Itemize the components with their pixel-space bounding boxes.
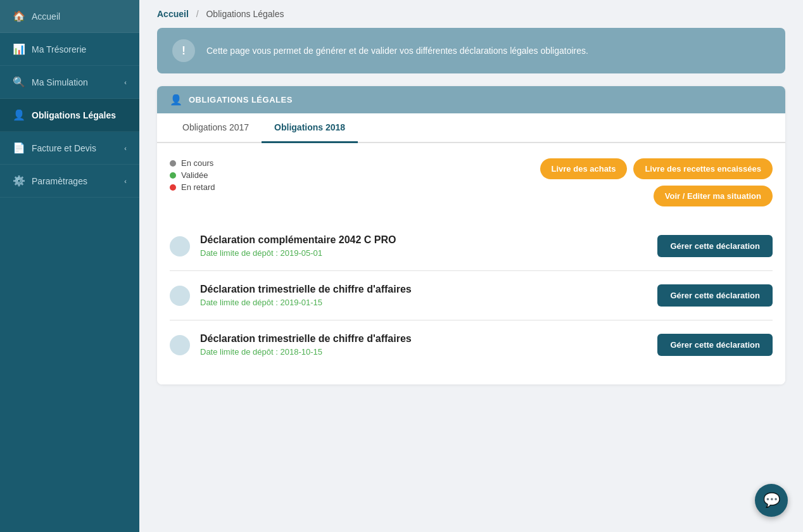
panel-title: OBLIGATIONS LÉGALES xyxy=(189,95,293,104)
livre-recettes-button[interactable]: Livre des recettes encaissées xyxy=(633,158,773,179)
search-icon: 🔍 xyxy=(13,76,25,88)
decl-status-circle-1 xyxy=(170,236,190,256)
breadcrumb-current: Obligations Légales xyxy=(206,9,284,19)
user-icon: 👤 xyxy=(13,109,25,121)
sidebar-item-label: Accueil xyxy=(32,11,60,22)
sidebar-item-label: Paramètrages xyxy=(32,176,87,186)
livre-achats-button[interactable]: Livre des achats xyxy=(540,158,628,179)
legend-en-cours-label: En cours xyxy=(181,158,213,168)
home-icon: 🏠 xyxy=(13,10,25,22)
dot-red xyxy=(170,184,176,191)
breadcrumb: Accueil / Obligations Légales xyxy=(139,0,803,28)
action-buttons: Livre des achats Livre des recettes enca… xyxy=(540,158,773,206)
sidebar-item-parametrages[interactable]: ⚙️ Paramètrages ‹ xyxy=(0,165,139,198)
info-banner-text: Cette page vous permet de générer et de … xyxy=(206,46,588,56)
breadcrumb-home[interactable]: Accueil xyxy=(157,9,189,19)
declaration-card-3: Déclaration trimestrielle de chiffre d'a… xyxy=(170,320,773,369)
chevron-right-icon-2: ‹ xyxy=(124,144,127,152)
legend-en-retard-label: En retard xyxy=(181,182,215,192)
sidebar: 🏠 Accueil 📊 Ma Trésorerie 🔍 Ma Simulatio… xyxy=(0,0,139,532)
decl-title-1: Déclaration complémentaire 2042 C PRO xyxy=(200,234,647,246)
declaration-card-1: Déclaration complémentaire 2042 C PRO Da… xyxy=(170,222,773,271)
legend-validee-label: Validée xyxy=(181,170,208,180)
sidebar-item-label: Ma Simulation xyxy=(32,77,88,87)
legend: En cours Validée En retard xyxy=(170,158,215,192)
sidebar-item-simulation[interactable]: 🔍 Ma Simulation ‹ xyxy=(0,66,139,99)
tab-content: En cours Validée En retard Livre des ach… xyxy=(157,143,785,384)
decl-title-3: Déclaration trimestrielle de chiffre d'a… xyxy=(200,333,647,345)
panel-header: 👤 OBLIGATIONS LÉGALES xyxy=(157,86,785,113)
chat-button[interactable]: 💬 xyxy=(755,484,788,517)
declaration-card-2: Déclaration trimestrielle de chiffre d'a… xyxy=(170,271,773,320)
tab-2018[interactable]: Obligations 2018 xyxy=(262,113,358,143)
sidebar-item-label: Obligations Légales xyxy=(32,110,116,120)
manage-button-3[interactable]: Gérer cette déclaration xyxy=(657,334,773,356)
decl-status-circle-3 xyxy=(170,335,190,355)
tab-2017[interactable]: Obligations 2017 xyxy=(170,113,262,143)
document-icon: 📄 xyxy=(13,142,25,154)
sidebar-item-label: Facture et Devis xyxy=(32,143,96,153)
decl-date-2: Date limite de dépôt : 2019-01-15 xyxy=(200,298,647,307)
chevron-right-icon: ‹ xyxy=(124,79,127,86)
voir-editer-button[interactable]: Voir / Editer ma situation xyxy=(654,186,773,206)
sidebar-item-label: Ma Trésorerie xyxy=(32,44,86,54)
obligations-panel: 👤 OBLIGATIONS LÉGALES Obligations 2017 O… xyxy=(157,86,785,384)
panel-user-icon: 👤 xyxy=(170,94,182,106)
tabs-bar: Obligations 2017 Obligations 2018 xyxy=(157,113,785,143)
sidebar-item-tresorerie[interactable]: 📊 Ma Trésorerie xyxy=(0,33,139,66)
breadcrumb-separator: / xyxy=(196,9,199,19)
decl-date-3: Date limite de dépôt : 2018-10-15 xyxy=(200,347,647,357)
dot-green xyxy=(170,172,176,179)
decl-info-2: Déclaration trimestrielle de chiffre d'a… xyxy=(200,284,647,307)
legend-actions-row: En cours Validée En retard Livre des ach… xyxy=(170,158,773,206)
legend-en-cours: En cours xyxy=(170,158,215,168)
legend-validee: Validée xyxy=(170,170,215,180)
manage-button-1[interactable]: Gérer cette déclaration xyxy=(657,235,773,257)
action-buttons-row2: Voir / Editer ma situation xyxy=(654,186,773,206)
chevron-right-icon-3: ‹ xyxy=(124,177,127,185)
decl-status-circle-2 xyxy=(170,286,190,306)
sidebar-item-facture[interactable]: 📄 Facture et Devis ‹ xyxy=(0,132,139,165)
sidebar-item-obligations[interactable]: 👤 Obligations Légales xyxy=(0,99,139,132)
gear-icon: ⚙️ xyxy=(13,175,25,187)
action-buttons-row1: Livre des achats Livre des recettes enca… xyxy=(540,158,773,179)
decl-date-1: Date limite de dépôt : 2019-05-01 xyxy=(200,248,647,258)
chat-icon: 💬 xyxy=(763,492,780,509)
decl-info-1: Déclaration complémentaire 2042 C PRO Da… xyxy=(200,234,647,258)
decl-info-3: Déclaration trimestrielle de chiffre d'a… xyxy=(200,333,647,357)
info-icon: ! xyxy=(172,39,195,62)
main-content: Accueil / Obligations Légales ! Cette pa… xyxy=(139,0,803,532)
dot-gray xyxy=(170,160,176,167)
decl-title-2: Déclaration trimestrielle de chiffre d'a… xyxy=(200,284,647,295)
manage-button-2[interactable]: Gérer cette déclaration xyxy=(657,284,773,307)
info-banner: ! Cette page vous permet de générer et d… xyxy=(157,28,785,73)
chart-icon: 📊 xyxy=(13,43,25,55)
sidebar-item-accueil[interactable]: 🏠 Accueil xyxy=(0,0,139,33)
legend-en-retard: En retard xyxy=(170,182,215,192)
